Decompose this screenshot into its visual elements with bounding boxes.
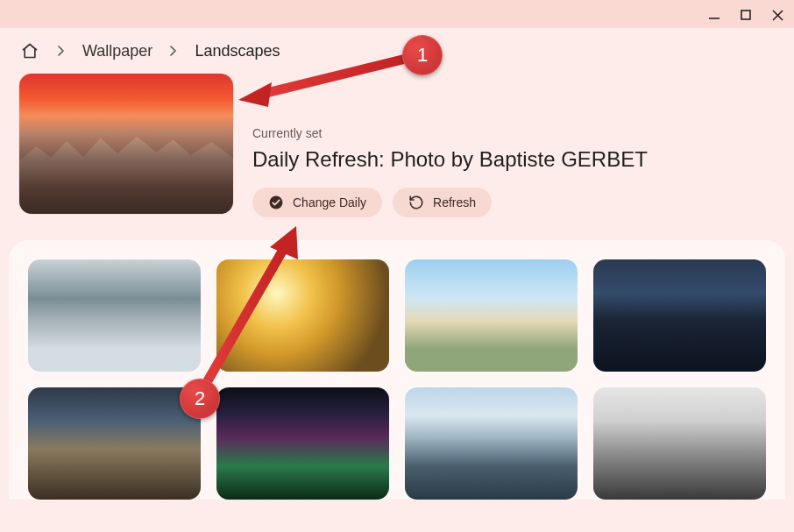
breadcrumb-wallpaper[interactable]: Wallpaper: [82, 42, 152, 60]
home-icon[interactable]: [19, 40, 40, 61]
refresh-button[interactable]: Refresh: [393, 188, 492, 217]
refresh-label: Refresh: [433, 195, 476, 209]
chevron-right-icon: [168, 42, 179, 60]
wallpaper-thumb[interactable]: [216, 387, 389, 500]
change-daily-button[interactable]: Change Daily: [252, 188, 382, 217]
wallpaper-thumb[interactable]: [28, 259, 201, 372]
wallpaper-thumb[interactable]: [593, 259, 766, 372]
wallpaper-grid: [28, 259, 766, 500]
annotation-badge-2: 2: [180, 379, 220, 419]
wallpaper-thumb[interactable]: [593, 387, 766, 500]
current-wallpaper-section: Currently set Daily Refresh: Photo by Ba…: [0, 74, 794, 240]
window-minimize-button[interactable]: [705, 5, 724, 25]
breadcrumb-landscapes[interactable]: Landscapes: [195, 42, 280, 60]
current-wallpaper-preview[interactable]: [19, 74, 233, 214]
wallpaper-thumb[interactable]: [28, 387, 201, 500]
wallpaper-grid-panel: [9, 240, 785, 500]
currently-set-label: Currently set: [252, 126, 648, 140]
annotation-badge-1: 1: [402, 35, 443, 75]
window-close-button[interactable]: [768, 5, 787, 25]
wallpaper-thumb[interactable]: [405, 387, 578, 500]
svg-rect-1: [741, 11, 750, 19]
check-circle-icon: [268, 195, 284, 210]
change-daily-label: Change Daily: [293, 195, 366, 209]
refresh-icon: [408, 195, 424, 210]
wallpaper-thumb[interactable]: [405, 259, 578, 372]
wallpaper-thumb[interactable]: [216, 259, 389, 372]
window-maximize-button[interactable]: [736, 5, 755, 25]
current-wallpaper-title: Daily Refresh: Photo by Baptiste GERBET: [252, 147, 648, 172]
breadcrumb: Wallpaper Landscapes: [0, 28, 794, 74]
chevron-right-icon: [56, 42, 67, 60]
window-titlebar: [0, 0, 794, 28]
